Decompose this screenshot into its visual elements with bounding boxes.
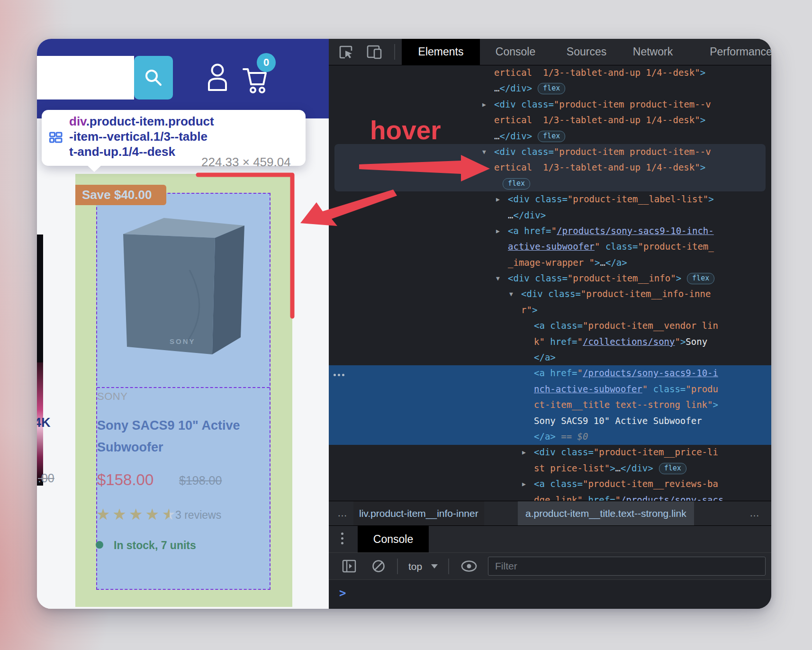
breadcrumb-overflow-icon[interactable]: …: [337, 501, 347, 525]
search-input[interactable]: [37, 56, 134, 99]
code-row[interactable]: <a class="product-item__vendor lin: [329, 318, 771, 334]
code-row[interactable]: ▼<div class="product-item product-item--…: [329, 144, 771, 160]
code-row[interactable]: ▶<a href="/products/sony-sacs9-10-inch-: [329, 223, 771, 239]
code-row[interactable]: ▼<div class="product-item__info-inne: [329, 286, 771, 302]
device-toolbar-icon[interactable]: [365, 45, 384, 59]
inspect-overlay-divider: [97, 387, 270, 388]
devtools-tabbar: Elements Console Sources Network Perform…: [329, 39, 771, 65]
tab-sources[interactable]: Sources: [563, 39, 610, 65]
product-compare-price: $198.00: [179, 474, 222, 488]
breadcrumb-item-title-link[interactable]: a.product-item__title.text--strong.link: [518, 501, 694, 526]
code-row[interactable]: ▼<div class="product-item__info">flex: [329, 271, 771, 286]
code-row[interactable]: …</div>: [329, 208, 771, 223]
neighbor-product-image: [37, 235, 43, 486]
product-vendor[interactable]: SONY: [97, 390, 127, 403]
flex-badge[interactable]: flex: [503, 178, 530, 190]
code-row[interactable]: </a>: [329, 350, 771, 365]
code-row[interactable]: ▶<div class="product-item__price-li: [329, 444, 771, 460]
kebab-menu-icon[interactable]: [341, 533, 343, 544]
tab-elements[interactable]: Elements: [402, 39, 480, 65]
flex-badge[interactable]: flex: [538, 131, 565, 142]
code-row[interactable]: _image-wrapper ">…</a>: [329, 255, 771, 271]
code-row[interactable]: ▶<a class="product-item__reviews-ba: [329, 476, 771, 492]
flex-badge[interactable]: flex: [659, 463, 686, 474]
rating-stars: ★★★★★: [96, 505, 178, 524]
product-title[interactable]: Sony SACS9 10" Active Subwoofer: [97, 415, 240, 458]
code-row[interactable]: ct-item__title text--strong link">: [329, 397, 771, 413]
code-row[interactable]: ertical 1/3--tablet-and-up 1/4--desk">: [329, 160, 771, 175]
toolbar-separator: [397, 559, 398, 574]
code-row[interactable]: ▶<div class="product-item__label-list">: [329, 191, 771, 207]
neighbor-product-title[interactable]: 4K: [37, 415, 51, 430]
expanded-arrow-icon[interactable]: ▼: [496, 271, 500, 286]
toolbar-separator: [448, 559, 449, 574]
collapsed-arrow-icon[interactable]: ▶: [496, 191, 500, 207]
tooltip-selector-tag: div: [69, 114, 86, 128]
collapsed-arrow-icon[interactable]: ▶: [522, 444, 526, 460]
star-icon: ★: [96, 506, 113, 523]
expanded-arrow-icon[interactable]: ▼: [509, 286, 513, 302]
code-row[interactable]: …</div>flex: [329, 81, 771, 96]
tooltip-dimensions: 224.33 × 459.04: [201, 155, 291, 170]
code-row[interactable]: </a> == $0: [329, 429, 771, 444]
inspector-tooltip: div.product-item.product -item--vertical…: [42, 110, 306, 166]
stock-status: In stock, 7 units: [114, 539, 196, 552]
code-row[interactable]: r">: [329, 302, 771, 318]
reviews-count[interactable]: 3 reviews: [175, 509, 221, 522]
flex-badge[interactable]: flex: [538, 83, 565, 94]
collapsed-arrow-icon[interactable]: ▶: [496, 223, 500, 239]
cart-count-badge: 0: [257, 53, 276, 72]
context-selector[interactable]: top: [408, 553, 422, 580]
console-sidebar-icon[interactable]: [342, 560, 357, 573]
inspect-element-icon[interactable]: [339, 45, 353, 59]
breadcrumb: … liv.product-item__info-inner a.product…: [329, 501, 771, 526]
code-row[interactable]: active-subwoofer" class="product-item_: [329, 239, 771, 254]
code-row[interactable]: st price-list">…</div>flex: [329, 460, 771, 476]
svg-text:SONY: SONY: [170, 337, 196, 345]
code-row[interactable]: ertical 1/3--tablet-and-up 1/4--desk">: [329, 65, 771, 81]
star-icon: ★: [113, 506, 129, 523]
sale-badge: Save $40.00: [75, 185, 166, 205]
console-toolbar: top: [329, 552, 771, 580]
web-page: 0 div.product-item.product -item--vertic…: [37, 39, 329, 609]
layout-grid-icon: [49, 132, 63, 145]
toolbar-separator: [394, 44, 395, 60]
collapsed-arrow-icon[interactable]: ▶: [482, 97, 486, 112]
code-row[interactable]: flex: [329, 176, 771, 191]
tab-network[interactable]: Network: [629, 39, 677, 65]
account-icon[interactable]: [208, 63, 227, 91]
neighbor-product-price: .00: [38, 471, 54, 485]
search-button[interactable]: [134, 56, 173, 99]
code-row[interactable]: <a href="/products/sony-sacs9-10-i: [329, 365, 771, 381]
product-image-subwoofer[interactable]: SONY: [118, 213, 246, 358]
breadcrumb-item-info-inner[interactable]: liv.product-item__info-inner: [353, 501, 484, 526]
search-icon: [144, 68, 163, 87]
flex-badge[interactable]: flex: [687, 273, 714, 284]
breadcrumb-overflow-icon-right[interactable]: …: [749, 501, 759, 525]
expanded-arrow-icon[interactable]: ▼: [482, 144, 486, 160]
filter-input[interactable]: [488, 557, 766, 576]
tab-console-drawer[interactable]: Console: [358, 526, 429, 553]
tooltip-selector: div.product-item.product -item--vertical…: [69, 114, 214, 159]
chevron-down-icon[interactable]: [431, 564, 438, 569]
stock-indicator-dot: [96, 541, 103, 549]
star-icon: ★: [129, 506, 145, 523]
code-row[interactable]: Sony SACS9 10" Active Subwoofer: [329, 413, 771, 429]
clear-console-icon[interactable]: [371, 559, 386, 573]
eye-icon[interactable]: [460, 560, 478, 572]
console-drawer-tabbar: Console: [329, 525, 771, 553]
code-row[interactable]: nch-active-subwoofer" class="produ: [329, 381, 771, 397]
code-row[interactable]: dge link" href="/products/sony-sacs: [329, 492, 771, 501]
console-prompt-area[interactable]: >: [329, 579, 771, 609]
star-icon: ★: [145, 506, 162, 523]
code-row[interactable]: k" href="/collections/sony">Sony: [329, 334, 771, 350]
tab-console[interactable]: Console: [492, 39, 539, 65]
tab-performance[interactable]: Performance: [701, 39, 771, 65]
collapsed-arrow-icon[interactable]: ▶: [522, 476, 526, 492]
console-prompt-icon: >: [339, 587, 346, 600]
code-row[interactable]: ▶<div class="product-item product-item--…: [329, 97, 771, 112]
product-sale-price: $158.00: [97, 471, 153, 489]
annotation-hover-label: hover: [370, 115, 441, 145]
